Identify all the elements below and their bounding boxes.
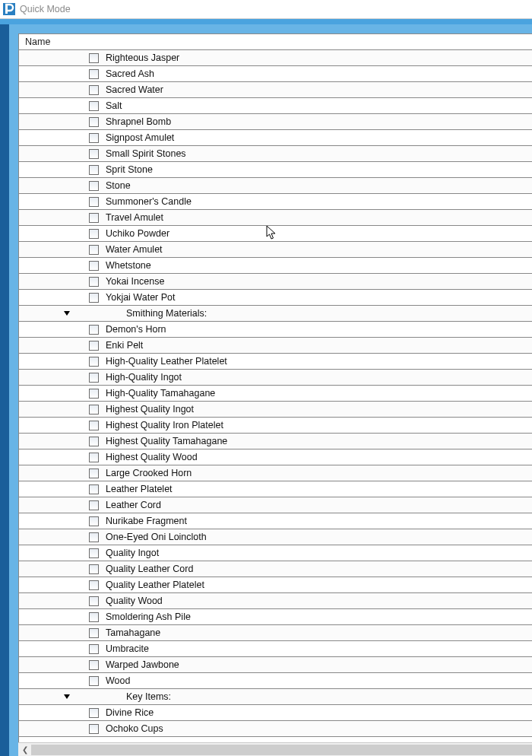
item-row[interactable]: Demon's Horn (19, 322, 532, 338)
item-row[interactable]: Divine Rice (19, 705, 532, 721)
item-checkbox[interactable] (89, 117, 99, 127)
item-checkbox[interactable] (89, 277, 99, 287)
item-row[interactable]: Small Spirit Stones (19, 146, 532, 162)
item-row[interactable]: Smoldering Ash Pile (19, 609, 532, 625)
item-checkbox[interactable] (89, 101, 99, 111)
item-checkbox[interactable] (89, 325, 99, 335)
scroll-track[interactable] (31, 743, 532, 757)
column-header-name[interactable]: Name (19, 34, 532, 50)
item-checkbox[interactable] (89, 532, 99, 542)
item-row[interactable]: Nurikabe Fragment (19, 513, 532, 529)
item-checkbox[interactable] (89, 149, 99, 159)
item-checkbox[interactable] (89, 628, 99, 638)
item-row[interactable]: Leather Cord (19, 497, 532, 513)
item-checkbox[interactable] (89, 293, 99, 303)
item-checkbox[interactable] (89, 181, 99, 191)
item-checkbox[interactable] (89, 580, 99, 590)
item-checkbox[interactable] (89, 453, 99, 462)
item-checkbox[interactable] (89, 405, 99, 415)
item-checkbox[interactable] (89, 245, 99, 255)
item-row[interactable]: Yokjai Water Pot (19, 290, 532, 306)
item-checkbox[interactable] (89, 85, 99, 95)
item-checkbox[interactable] (89, 484, 99, 494)
item-row[interactable]: Warped Jawbone (19, 657, 532, 673)
item-row[interactable]: Salt (19, 98, 532, 114)
item-checkbox[interactable] (89, 213, 99, 223)
item-row[interactable]: Quality Leather Platelet (19, 577, 532, 593)
item-row[interactable]: One-Eyed Oni Loincloth (19, 529, 532, 545)
item-row[interactable]: Sacred Ash (19, 66, 532, 82)
item-checkbox[interactable] (89, 373, 99, 383)
item-label: High-Quality Tamahagane (106, 388, 215, 399)
group-header[interactable]: Key Items: (19, 689, 532, 705)
item-checkbox[interactable] (89, 660, 99, 670)
item-row[interactable]: Highest Quality Wood (19, 449, 532, 465)
expand-icon[interactable] (64, 311, 70, 316)
item-checkbox[interactable] (89, 437, 99, 446)
item-checkbox[interactable] (89, 548, 99, 558)
item-row[interactable]: Highest Quality Iron Platelet (19, 418, 532, 434)
item-row[interactable]: Righteous Jasper (19, 50, 532, 66)
item-checkbox[interactable] (89, 596, 99, 606)
item-checkbox[interactable] (89, 564, 99, 574)
item-label: Leather Cord (106, 500, 161, 510)
item-row[interactable]: High-Quality Ingot (19, 370, 532, 386)
item-row[interactable]: Sacred Water (19, 82, 532, 98)
group-header[interactable]: Smithing Materials: (19, 306, 532, 322)
item-checkbox[interactable] (89, 516, 99, 526)
item-checkbox[interactable] (89, 644, 99, 654)
item-checkbox[interactable] (89, 612, 99, 622)
horizontal-scrollbar[interactable]: ❮ (18, 742, 532, 756)
tree-grid[interactable]: Name Righteous JasperSacred AshSacred Wa… (18, 33, 532, 742)
item-row[interactable]: Highest Quality Tamahagane (19, 434, 532, 449)
item-row[interactable]: High-Quality Tamahagane (19, 386, 532, 402)
item-checkbox[interactable] (89, 724, 99, 734)
item-checkbox[interactable] (89, 469, 99, 478)
item-row[interactable]: Ochoko Cups (19, 721, 532, 737)
item-label: Highest Quality Iron Platelet (106, 420, 223, 430)
item-checkbox[interactable] (89, 500, 99, 510)
item-row[interactable]: Travel Amulet (19, 210, 532, 226)
item-row[interactable]: Water Amulet (19, 242, 532, 258)
item-checkbox[interactable] (89, 676, 99, 686)
item-row[interactable]: Whetstone (19, 258, 532, 274)
item-row[interactable]: Large Crooked Horn (19, 465, 532, 481)
item-row[interactable]: Shrapnel Bomb (19, 114, 532, 130)
item-row[interactable]: Quality Leather Cord (19, 561, 532, 577)
scroll-thumb[interactable] (31, 745, 532, 755)
item-row[interactable]: Quality Ingot (19, 545, 532, 561)
item-checkbox[interactable] (89, 421, 99, 430)
item-row[interactable]: High-Quality Leather Platelet (19, 354, 532, 370)
item-row[interactable]: Leather Platelet (19, 481, 532, 497)
item-row[interactable]: Highest Quality Ingot (19, 402, 532, 418)
item-label: Quality Leather Platelet (106, 580, 204, 590)
item-row[interactable]: Summoner's Candle (19, 194, 532, 210)
item-row[interactable]: Yokai Incense (19, 274, 532, 290)
item-label: Small Spirit Stones (106, 148, 186, 159)
item-row[interactable]: Quality Wood (19, 593, 532, 609)
item-checkbox[interactable] (89, 69, 99, 79)
item-row[interactable]: Sprit Stone (19, 162, 532, 178)
item-checkbox[interactable] (89, 229, 99, 239)
group-label: Smithing Materials: (126, 308, 207, 319)
item-row[interactable]: Signpost Amulet (19, 130, 532, 146)
item-checkbox[interactable] (89, 341, 99, 351)
item-row[interactable]: Umbracite (19, 641, 532, 657)
expand-icon[interactable] (64, 694, 70, 699)
item-checkbox[interactable] (89, 389, 99, 399)
item-row[interactable]: Uchiko Powder (19, 226, 532, 242)
item-checkbox[interactable] (89, 261, 99, 271)
item-checkbox[interactable] (89, 197, 99, 207)
item-row[interactable]: Stone (19, 178, 532, 194)
item-row[interactable]: Wood (19, 673, 532, 689)
item-label: Summoner's Candle (106, 196, 192, 207)
item-checkbox[interactable] (89, 53, 99, 63)
scroll-left-arrow[interactable]: ❮ (18, 743, 31, 757)
item-checkbox[interactable] (89, 133, 99, 143)
item-label: Highest Quality Wood (106, 452, 198, 462)
item-row[interactable]: Enki Pelt (19, 338, 532, 354)
item-checkbox[interactable] (89, 708, 99, 718)
item-row[interactable]: Tamahagane (19, 625, 532, 641)
item-checkbox[interactable] (89, 165, 99, 175)
item-checkbox[interactable] (89, 357, 99, 367)
